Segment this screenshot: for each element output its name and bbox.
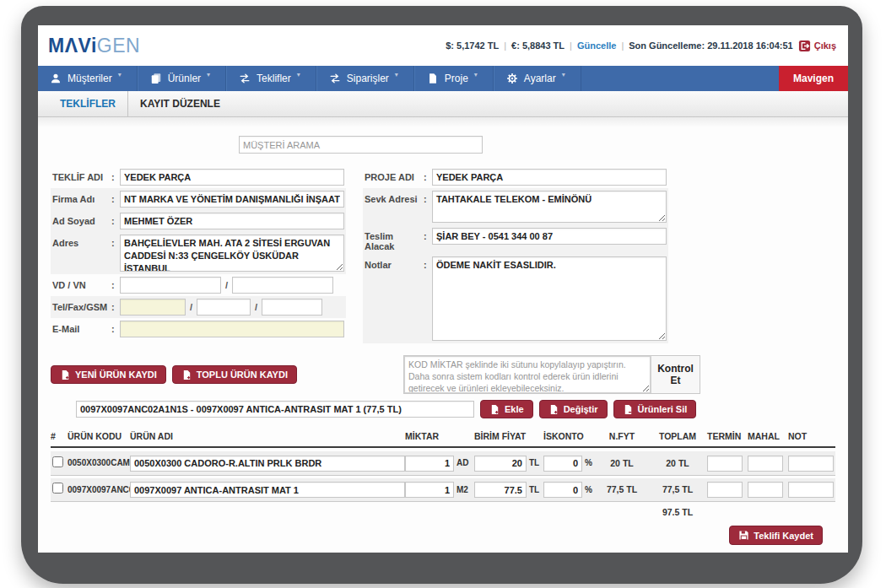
qty-input[interactable] [405, 482, 454, 498]
discount-input[interactable] [543, 456, 582, 472]
chevron-down-icon: ▾ [207, 71, 210, 78]
kontrol-et-button[interactable]: Kontrol Et [651, 356, 700, 393]
product-action-buttons: YENİ ÜRÜN KAYDI TOPLU ÜRÜN KAYDI [51, 365, 297, 384]
nav-label: Müşteriler [68, 73, 112, 84]
row-select-checkbox[interactable] [52, 456, 63, 467]
logout-button[interactable]: Çıkış [798, 40, 836, 52]
discount-input[interactable] [543, 482, 582, 498]
proje-adi-input[interactable] [432, 169, 667, 186]
eur-rate: €: 5,8843 TL [511, 40, 565, 51]
products-icon [150, 73, 162, 84]
swap-arrows-icon [329, 73, 341, 84]
col-header-unit-price: BİRİM FİYAT [474, 431, 527, 441]
nav-item-teklifler[interactable]: Teklifler ▾ [226, 66, 316, 91]
net-price-value: 20 TL [596, 458, 648, 468]
term-input[interactable] [707, 482, 743, 498]
col-header-net: N.FYT [596, 431, 648, 441]
last-update-text: Son Güncelleme: 29.11.2018 16:04:51 [629, 40, 792, 51]
sevk-adresi-textarea[interactable]: TAHTAKALE TELEKOM - EMİNÖNÜ [432, 191, 667, 223]
tab-teklifler[interactable]: TEKLİFLER [48, 91, 128, 116]
chevron-down-icon: ▾ [562, 71, 565, 78]
save-row: Teklifi Kaydet [51, 526, 835, 545]
colon: : [111, 235, 120, 248]
percent-label: % [582, 458, 596, 467]
qty-input[interactable] [405, 456, 454, 472]
bulk-product-button[interactable]: TOPLU ÜRÜN KAYDI [172, 365, 297, 384]
nav-label: Ayarlar [524, 73, 556, 84]
nav-item-ayarlar[interactable]: Ayarlar ▾ [494, 66, 581, 91]
document-icon [427, 73, 439, 84]
tel-input[interactable] [120, 299, 186, 316]
adres-textarea[interactable]: BAHÇELİEVLER MAH. ATA 2 SİTESİ ERGUVAN C… [120, 235, 344, 272]
colon: : [111, 321, 120, 334]
field-label: TEKLİF ADI [52, 169, 111, 182]
note-input[interactable] [788, 456, 834, 472]
form-row: Adres : BAHÇELİEVLER MAH. ATA 2 SİTESİ E… [51, 232, 346, 274]
product-select-row: Ekle Değiştir Ürünleri Sil [51, 400, 835, 418]
form-row: TEKLİF ADI : [51, 166, 346, 188]
colon: : [111, 277, 120, 290]
note-input[interactable] [788, 482, 834, 498]
ad-soyad-input[interactable] [120, 213, 344, 229]
kod-miktar-group: Kontrol Et [403, 355, 700, 394]
nav-item-siparisler[interactable]: Siparişler ▾ [316, 66, 414, 91]
place-input[interactable] [748, 456, 783, 472]
vd-input[interactable] [120, 277, 221, 294]
colon: : [111, 213, 120, 226]
product-name-input[interactable] [130, 456, 405, 472]
teslim-alacak-input[interactable] [432, 228, 667, 245]
unit-price-input[interactable] [474, 456, 527, 472]
term-input[interactable] [707, 456, 743, 472]
exit-icon [798, 40, 811, 52]
slash: / [190, 302, 192, 312]
teklif-adi-input[interactable] [120, 169, 344, 186]
chevron-down-icon: ▾ [118, 71, 122, 78]
col-header-term: TERMİN [707, 431, 743, 441]
customer-search-input[interactable] [239, 136, 483, 154]
delete-products-button[interactable]: Ürünleri Sil [613, 400, 697, 418]
product-select-input[interactable] [76, 401, 474, 418]
col-header-qty: MİKTAR [405, 431, 454, 441]
place-input[interactable] [748, 482, 783, 498]
nav-item-urunler[interactable]: Ürünler ▾ [138, 66, 226, 91]
gsm-input[interactable] [262, 299, 322, 316]
form-right-column: PROJE ADI : Sevk Adresi : TAHTAKALE TELE… [363, 166, 668, 343]
logo-part-dark: MΛVi [48, 35, 97, 57]
kod-miktar-textarea[interactable] [404, 356, 651, 393]
add-product-button[interactable]: Ekle [480, 400, 533, 418]
currency-label: TL [527, 458, 543, 467]
product-name-input[interactable] [130, 482, 405, 498]
field-label: Ad Soyad [52, 213, 111, 226]
nav-item-proje[interactable]: Proje ▾ [414, 66, 494, 91]
nav-item-musteriler[interactable]: Müşteriler ▾ [38, 66, 138, 91]
field-label: Firma Adı [52, 191, 111, 204]
save-icon [738, 530, 749, 541]
firma-adi-input[interactable] [120, 191, 344, 208]
form-row: Teslim Alacak : [363, 225, 668, 254]
form-left-column: TEKLİF ADI : Firma Adı : Ad Soyad : Adre… [51, 166, 346, 343]
table-row: 0097X0097ANC02A M2 TL % 77,5 TL 77,5 TL [51, 478, 835, 503]
vn-input[interactable] [232, 277, 333, 294]
email-input[interactable] [120, 321, 344, 337]
update-rates-link[interactable]: Güncelle [577, 40, 616, 51]
mavigen-button[interactable]: Mavigen [779, 66, 848, 91]
form-row: Sevk Adresi : TAHTAKALE TELEKOM - EMİNÖN… [363, 188, 668, 225]
button-label: Değiştir [564, 404, 598, 414]
main-navigation: Müşteriler ▾ Ürünler ▾ Teklifler ▾ Sipar… [38, 66, 848, 91]
field-label: Teslim Alacak [365, 228, 424, 251]
notlar-textarea[interactable]: ÖDEME NAKİT ESASLIDIR. [432, 256, 667, 341]
nav-label: Teklifler [257, 73, 291, 84]
change-product-button[interactable]: Değiştir [539, 400, 608, 418]
products-table: # ÜRÜN KODU ÜRÜN ADI MİKTAR BİRİM FİYAT … [51, 431, 835, 517]
col-header-discount: İSKONTO [543, 431, 582, 441]
slash: / [225, 280, 228, 290]
logo-part-light: GEN [97, 35, 140, 57]
fax-input[interactable] [197, 299, 251, 316]
tab-kayit-duzenle[interactable]: KAYIT DÜZENLE [128, 91, 232, 116]
row-select-checkbox[interactable] [52, 483, 63, 494]
separator: | [570, 40, 572, 51]
save-offer-button[interactable]: Teklifi Kaydet [729, 526, 823, 545]
col-header-code: ÜRÜN KODU [68, 431, 130, 441]
unit-price-input[interactable] [474, 482, 527, 498]
new-product-button[interactable]: YENİ ÜRÜN KAYDI [51, 365, 166, 384]
